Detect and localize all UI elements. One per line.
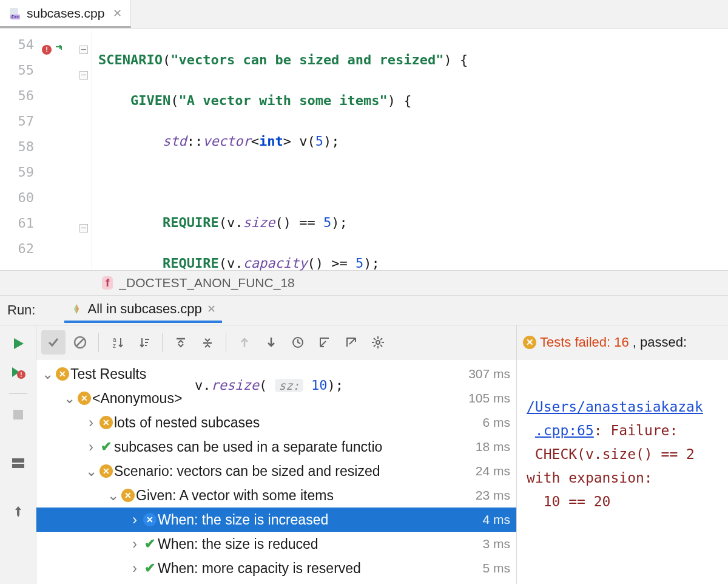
import-tests-button[interactable] [312, 330, 337, 355]
history-button[interactable] [286, 330, 310, 355]
tree-item-time: 3 ms [482, 537, 510, 551]
file-link[interactable]: /Users/anastasiakazak [527, 399, 703, 415]
recursive-arrow-icon[interactable] [54, 45, 64, 55]
tree-row[interactable]: ⌄✕Given: A vector with some items23 ms [36, 483, 516, 508]
test-output-console[interactable]: /Users/anastasiakazak .cpp:65: Failure: … [517, 359, 728, 584]
fail-status-icon: ✕ [99, 416, 113, 429]
run-config-tab[interactable]: All in subcases.cpp ✕ [64, 297, 221, 323]
pin-button[interactable] [10, 503, 27, 520]
svg-rect-7 [13, 410, 23, 419]
chevron-down-icon[interactable]: ⌄ [40, 366, 55, 382]
run-button[interactable] [10, 335, 27, 352]
fail-status-icon: ✕ [56, 367, 69, 381]
tree-item-time: 6 ms [482, 415, 510, 430]
code-editor[interactable]: 54 55 56 57 58 59 60 61 62 ! SCENARIO("v… [0, 29, 728, 270]
chevron-right-icon[interactable]: › [84, 415, 98, 431]
tree-row[interactable]: ›✕lots of nested subcases6 ms [36, 410, 516, 435]
settings-button[interactable] [366, 330, 390, 355]
pass-status-icon: ✔ [144, 536, 155, 552]
prev-failed-button[interactable] [232, 330, 257, 355]
test-toolbar: az [36, 325, 516, 359]
pass-status-icon: ✔ [101, 439, 112, 455]
tree-item-time: 23 ms [476, 488, 510, 503]
tree-row[interactable]: ›✔When: the size is reduced3 ms [36, 532, 516, 556]
close-icon[interactable]: ✕ [113, 7, 122, 20]
svg-text:C++: C++ [12, 15, 19, 19]
chevron-down-icon[interactable]: ⌄ [106, 487, 120, 504]
run-panel-label: Run: [7, 302, 35, 318]
fold-toggle-icon[interactable] [79, 71, 88, 80]
fold-toggle-icon[interactable] [79, 46, 88, 54]
show-passed-toggle[interactable] [41, 330, 66, 355]
chevron-right-icon[interactable]: › [127, 560, 142, 577]
svg-line-26 [380, 345, 382, 347]
tree-row[interactable]: ⌄✕<Anonymous>105 ms [36, 386, 516, 410]
tree-item-label: Given: A vector with some items [136, 487, 471, 504]
test-results-tree[interactable]: ⌄ ✕ Test Results 307 ms ⌄✕<Anonymous>105… [36, 359, 516, 584]
line-number-gutter: 54 55 56 57 58 59 60 61 62 [0, 29, 39, 270]
svg-line-11 [76, 339, 84, 346]
svg-line-27 [374, 345, 376, 347]
tree-row[interactable]: ⌄✕Scenario: vectors can be sized and res… [36, 459, 516, 483]
stop-button[interactable] [10, 406, 27, 423]
layout-button[interactable] [10, 455, 27, 472]
tree-row[interactable]: ›✔When: more capacity is reserved5 ms [36, 556, 516, 580]
error-marker-icon[interactable]: ! [41, 44, 52, 55]
fold-toggle-icon[interactable] [79, 224, 88, 233]
tree-item-label: When: the size is increased [158, 512, 477, 528]
svg-point-20 [376, 341, 380, 344]
export-tests-button[interactable] [339, 330, 363, 355]
file-link[interactable]: .cpp:65 [535, 423, 594, 438]
tree-row[interactable]: ›✕When: the size is increased4 ms [36, 508, 516, 532]
file-tab[interactable]: C++ subcases.cpp ✕ [0, 0, 131, 28]
rerun-failed-button[interactable]: ! [10, 364, 27, 381]
svg-text:!: ! [20, 372, 22, 378]
svg-line-28 [380, 338, 382, 340]
code-text[interactable]: SCENARIO("vectors can be sized and resiz… [92, 29, 468, 270]
fail-status-icon: ✕ [523, 336, 536, 349]
fail-status-icon: ✕ [78, 392, 91, 405]
tree-item-label: When: the size is reduced [158, 536, 477, 552]
tree-item-time: 18 ms [476, 440, 510, 454]
cpp-file-icon: C++ [8, 7, 22, 20]
sort-alpha-button[interactable]: az [105, 330, 129, 355]
tree-item-label: When: more capacity is reserved [158, 560, 477, 577]
tree-item-label: lots of nested subcases [114, 415, 477, 431]
test-status-bar: ✕ Tests failed: 16, passed: [517, 325, 728, 359]
expand-all-button[interactable] [169, 330, 193, 355]
run-config-icon [70, 303, 83, 315]
fail-status-icon: ✕ [143, 513, 157, 526]
tree-row[interactable]: ›✔subcases can be used in a separate fun… [36, 435, 516, 459]
tests-failed-label: Tests failed: 16 [540, 334, 629, 350]
fail-status-icon: ✕ [99, 464, 113, 478]
svg-line-25 [374, 338, 376, 340]
fold-gutter [75, 29, 92, 270]
chevron-right-icon[interactable]: › [127, 536, 142, 552]
chevron-down-icon[interactable]: ⌄ [84, 463, 98, 480]
next-failed-button[interactable] [259, 330, 283, 355]
tree-item-time: 5 ms [482, 561, 510, 576]
tree-item-time: 105 ms [468, 391, 510, 406]
svg-rect-8 [12, 458, 24, 463]
svg-rect-9 [12, 464, 24, 468]
fail-status-icon: ✕ [121, 489, 135, 502]
chevron-right-icon[interactable]: › [127, 512, 142, 528]
sort-duration-button[interactable] [132, 330, 156, 355]
file-tab-label: subcases.cpp [27, 6, 104, 21]
function-badge-icon: f [102, 276, 113, 290]
tree-item-label: subcases can be used in a separate funct… [114, 439, 471, 455]
run-config-label: All in subcases.cpp [87, 301, 201, 317]
run-tool-window-rail: ! [0, 325, 36, 584]
chevron-down-icon[interactable]: ⌄ [62, 390, 76, 407]
svg-text:!: ! [44, 46, 49, 54]
collapse-all-button[interactable] [195, 330, 220, 355]
close-icon[interactable]: ✕ [207, 302, 216, 316]
svg-text:z: z [113, 342, 116, 349]
chevron-right-icon[interactable]: › [84, 439, 98, 455]
tree-item-time: 24 ms [476, 464, 510, 478]
marker-gutter: ! [39, 29, 75, 270]
tree-root[interactable]: ⌄ ✕ Test Results 307 ms [36, 362, 516, 386]
show-ignored-toggle[interactable] [68, 330, 92, 355]
pass-status-icon: ✔ [144, 560, 155, 576]
tree-item-label: <Anonymous> [92, 390, 463, 407]
